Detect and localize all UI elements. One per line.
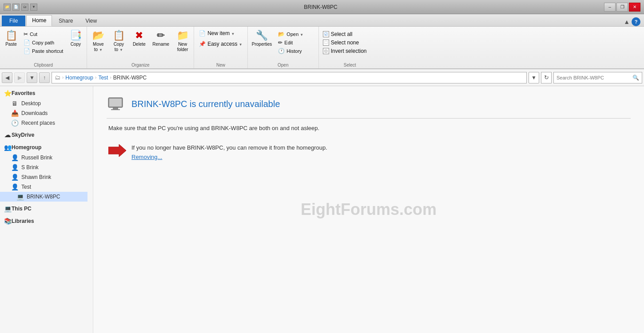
invert-selection-button[interactable]: ⊡ Invert selection	[321, 47, 369, 55]
rename-button[interactable]: ✏ Rename	[150, 28, 171, 48]
properties-label: Properties	[252, 42, 272, 47]
content-description: Make sure that the PC you're using and B…	[108, 124, 631, 133]
sidebar-item-sbrink[interactable]: 👤 S Brink	[0, 163, 87, 172]
content-area: EightForums.com BRINK-W8PC is currently …	[93, 86, 644, 333]
ribbon-group-clipboard: 📋 Paste ✂ Cut 📄 Copy path 📄 Paste shortc…	[0, 27, 87, 68]
search-box[interactable]: 🔍	[553, 72, 642, 83]
open-button[interactable]: 📂 Open ▼	[276, 30, 306, 38]
history-button[interactable]: 🕐 History	[276, 47, 306, 55]
paste-shortcut-icon: 📄	[24, 48, 30, 54]
copy-to-button[interactable]: 📋 Copyto ▼	[109, 28, 128, 54]
move-to-button[interactable]: 📂 Moveto ▼	[89, 28, 107, 54]
skydrive-icon: ☁	[4, 131, 12, 139]
search-icon: 🔍	[632, 75, 639, 81]
sidebar-item-favorites[interactable]: ⭐ Favorites	[0, 88, 87, 99]
sidebar-item-homegroup[interactable]: 👥 Homegroup	[0, 142, 87, 153]
tab-share[interactable]: Share	[53, 16, 79, 26]
help-button[interactable]: ?	[632, 17, 640, 26]
new-folder-icon: 📁	[177, 30, 189, 41]
paste-shortcut-button[interactable]: 📄 Paste shortcut	[21, 47, 65, 55]
easy-access-button[interactable]: 📌 Easy access ▼	[196, 39, 246, 49]
move-to-icon: 📂	[92, 30, 104, 41]
up-button[interactable]: ↑	[39, 72, 50, 83]
sidebar-item-russell[interactable]: 👤 Russell Brink	[0, 153, 87, 163]
copy-to-icon: 📋	[113, 30, 125, 41]
test-icon: 👤	[11, 183, 19, 190]
edit-button[interactable]: ✏ Edit	[276, 39, 306, 47]
open-group-label: Open	[250, 62, 317, 68]
sidebar-item-libraries[interactable]: 📚 Libraries	[0, 216, 87, 226]
copy-to-label: Copyto ▼	[114, 42, 124, 52]
edit-icon: ✏	[278, 40, 282, 46]
homegroup-icon: 👥	[4, 144, 12, 151]
delete-icon: ✖	[135, 30, 143, 41]
sidebar-section-libraries: 📚 Libraries	[0, 216, 87, 226]
back-button[interactable]: ◀	[2, 72, 12, 83]
sbrink-icon: 👤	[11, 164, 19, 171]
sidebar-item-desktop[interactable]: 🖥 Desktop	[0, 99, 87, 108]
select-none-label: Select none	[331, 40, 359, 46]
content-title: BRINK-W8PC is currently unavailable	[131, 99, 280, 109]
forward-button[interactable]: ▶	[14, 72, 25, 83]
search-input[interactable]	[557, 75, 632, 80]
thispc-icon: 💻	[4, 205, 12, 212]
copy-label: Copy	[71, 42, 81, 47]
new-item-button[interactable]: 📄 New item ▼	[196, 28, 238, 38]
downloads-icon: 📥	[11, 110, 19, 117]
copy-button[interactable]: 📑 Copy	[66, 28, 85, 48]
select-none-button[interactable]: ☐ Select none	[321, 39, 361, 47]
select-all-button[interactable]: ☑ Select all	[321, 30, 355, 38]
breadcrumb-homegroup[interactable]: Homegroup	[65, 75, 93, 81]
title-bar: 📁 📄 🗂 ▼ BRINK-W8PC – ❐ ✕	[0, 0, 644, 14]
ribbon-group-open: 🔧 Properties 📂 Open ▼ ✏ Edit 🕐 History O…	[248, 27, 319, 68]
new-group-label: New	[196, 62, 246, 68]
folder-icon: 📁	[4, 4, 11, 11]
ribbon: 📋 Paste ✂ Cut 📄 Copy path 📄 Paste shortc…	[0, 27, 644, 69]
clipboard-group-label: Clipboard	[2, 62, 85, 68]
paste-button[interactable]: 📋 Paste	[2, 28, 20, 48]
breadcrumb-test[interactable]: Test	[98, 75, 108, 81]
favorites-icon: ⭐	[4, 90, 12, 97]
dropdown-address-button[interactable]: ▼	[529, 72, 539, 83]
window-title: BRINK-W8PC	[304, 4, 337, 10]
tab-view[interactable]: View	[80, 16, 103, 26]
organize-group-label: Organize	[89, 62, 192, 68]
russell-label: Russell Brink	[21, 155, 52, 161]
new-folder-button[interactable]: 📁 Newfolder	[173, 28, 192, 54]
sidebar-item-thispc[interactable]: 💻 This PC	[0, 203, 87, 214]
svg-rect-2	[113, 107, 118, 109]
sidebar-item-test[interactable]: 👤 Test	[0, 182, 87, 192]
refresh-button[interactable]: ↻	[541, 72, 552, 83]
removing-link[interactable]: Removing...	[131, 154, 327, 160]
brinkw8pc-label: BRINK-W8PC	[27, 194, 60, 200]
window-controls: – ❐ ✕	[604, 3, 640, 12]
sidebar-item-shawn[interactable]: 👤 Shawn Brink	[0, 172, 87, 182]
copy-path-button[interactable]: 📄 Copy path	[21, 39, 65, 47]
restore-button[interactable]: ❐	[616, 3, 628, 12]
delete-button[interactable]: ✖ Delete	[130, 28, 148, 48]
paste-shortcut-label: Paste shortcut	[32, 48, 63, 54]
minimize-button[interactable]: –	[604, 3, 616, 12]
move-to-label: Moveto ▼	[93, 42, 103, 52]
tab-file[interactable]: File	[2, 16, 25, 26]
new-item-icon: 📄	[199, 30, 206, 36]
collapse-ribbon-button[interactable]: ▲	[624, 18, 630, 25]
brinkw8pc-icon: 💻	[16, 193, 24, 200]
properties-button[interactable]: 🔧 Properties	[250, 28, 274, 48]
libraries-label: Libraries	[12, 218, 34, 224]
sidebar-item-skydrive[interactable]: ☁ SkyDrive	[0, 130, 87, 140]
history-icon: 🕐	[278, 48, 285, 54]
cut-button[interactable]: ✂ Cut	[21, 30, 65, 38]
sidebar-item-recent[interactable]: 🕐 Recent places	[0, 118, 87, 128]
sidebar-section-homegroup: 👥 Homegroup 👤 Russell Brink 👤 S Brink 👤 …	[0, 142, 87, 202]
close-button[interactable]: ✕	[629, 3, 640, 12]
shawn-icon: 👤	[11, 174, 19, 181]
open-icon: 📂	[278, 31, 285, 37]
recent-locations-button[interactable]: ▼	[27, 72, 37, 83]
open-label: Open ▼	[286, 32, 303, 37]
desktop-icon: 🖥	[11, 100, 19, 107]
address-bar[interactable]: 🗂 › Homegroup › Test › BRINK-W8PC	[52, 72, 527, 83]
tab-home[interactable]: Home	[26, 15, 52, 26]
sidebar-item-brinkw8pc[interactable]: 💻 BRINK-W8PC	[0, 192, 87, 202]
sidebar-item-downloads[interactable]: 📥 Downloads	[0, 108, 87, 118]
